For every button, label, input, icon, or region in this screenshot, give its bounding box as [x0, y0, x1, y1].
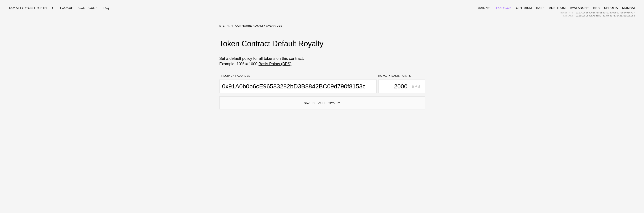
- network-selector: MAINNET POLYGON OPTIMISM BASE ARBITRUM A…: [478, 6, 635, 10]
- network-mainnet[interactable]: MAINNET: [478, 6, 492, 10]
- registry-label: REGISTRY:: [560, 12, 573, 14]
- page-title: Token Contract Default Royalty: [219, 39, 425, 48]
- description: Set a default policy for all tokens on t…: [219, 56, 425, 67]
- address-form-group: RECIPIENT ADDRESS: [219, 74, 376, 93]
- description-line-2: Example: 10% = 1000 Basis Points (BPS).: [219, 61, 425, 67]
- nav-lookup[interactable]: LOOKUP: [60, 6, 73, 10]
- royalty-bps-label: ROYALTY BASIS POINTS: [378, 74, 425, 77]
- form-row: RECIPIENT ADDRESS ROYALTY BASIS POINTS B…: [219, 74, 425, 93]
- address-input-wrapper: [219, 80, 376, 93]
- main-content: STEP 4 / 4 : CONFIGURE ROYALTY OVERRIDES…: [219, 18, 425, 116]
- bps-form-group: ROYALTY BASIS POINTS BPS: [378, 74, 425, 93]
- header: ROYALTYREGISTRY.ETH :: LOOKUP CONFIGURE …: [0, 0, 644, 10]
- engine-value: 0X28EDFCF0BE7E86B07493466E7631A213BDE8EE…: [576, 15, 635, 17]
- bps-suffix: BPS: [412, 84, 420, 89]
- network-bnb[interactable]: BNB: [593, 6, 600, 10]
- network-optimism[interactable]: OPTIMISM: [516, 6, 532, 10]
- registry-address-row: REGISTRY: 0XE7C9CB6D966F76F3B51421670889…: [0, 12, 635, 14]
- network-base[interactable]: BASE: [536, 6, 545, 10]
- network-avalanche[interactable]: AVALANCHE: [570, 6, 589, 10]
- recipient-address-label: RECIPIENT ADDRESS: [219, 74, 376, 77]
- basis-points-link[interactable]: Basis Points (BPS): [258, 62, 292, 66]
- logo[interactable]: ROYALTYREGISTRY.ETH: [9, 6, 47, 10]
- engine-label: ENGINE:: [563, 15, 573, 17]
- network-mumbai[interactable]: MUMBAI: [622, 6, 635, 10]
- network-arbitrum[interactable]: ARBITRUM: [549, 6, 566, 10]
- engine-address-row: ENGINE: 0X28EDFCF0BE7E86B07493466E7631A2…: [0, 15, 635, 17]
- description-line-1: Set a default policy for all tokens on t…: [219, 56, 425, 61]
- network-sepolia[interactable]: SEPOLIA: [604, 6, 618, 10]
- nav-configure[interactable]: CONFIGURE: [78, 6, 98, 10]
- nav-faq[interactable]: FAQ: [103, 6, 109, 10]
- recipient-address-input[interactable]: [222, 83, 374, 90]
- step-label: STEP 4 / 4 : CONFIGURE ROYALTY OVERRIDES: [219, 24, 425, 27]
- network-polygon[interactable]: POLYGON: [496, 6, 512, 10]
- dots-icon: ::: [52, 6, 55, 10]
- contract-addresses: REGISTRY: 0XE7C9CB6D966F76F3B51421670889…: [0, 10, 644, 17]
- save-default-royalty-button[interactable]: SAVE DEFAULT ROYALTY: [219, 96, 425, 109]
- nav-left: ROYALTYREGISTRY.ETH :: LOOKUP CONFIGURE …: [9, 6, 109, 10]
- royalty-bps-input[interactable]: [386, 83, 407, 90]
- bps-input-wrapper: BPS: [378, 80, 425, 93]
- registry-value: 0XE7C9CB6D966F76F3B5142167088927BF34966A…: [576, 12, 635, 14]
